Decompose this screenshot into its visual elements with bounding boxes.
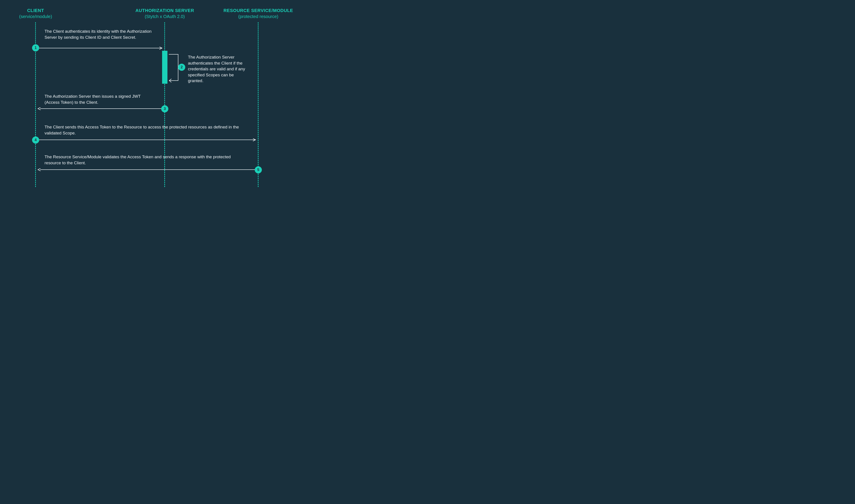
lane-title: CLIENT	[13, 8, 58, 13]
lane-header-auth: AUTHORIZATION SERVER (Stytch x OAuth 2.0…	[127, 8, 202, 19]
step3-text: The Authorization Server then issues a s…	[44, 93, 154, 105]
lifeline-resource	[258, 22, 259, 187]
lane-title: AUTHORIZATION SERVER	[127, 8, 202, 13]
lane-header-client: CLIENT (service/module)	[13, 8, 58, 19]
step3-arrow-icon	[37, 107, 165, 111]
lane-subtitle: (protected resource)	[222, 14, 294, 19]
lane-subtitle: (Stytch x OAuth 2.0)	[127, 14, 202, 19]
step1-badge: 1	[32, 44, 39, 51]
step4-arrow-icon	[36, 139, 258, 142]
step1-arrow-icon	[36, 47, 165, 50]
step3-badge: 3	[161, 105, 168, 112]
step5-text: The Resource Service/Module validates th…	[44, 154, 245, 166]
lane-title: RESOURCE SERVICE/MODULE	[222, 8, 294, 13]
step5-badge: 5	[255, 166, 262, 174]
activation-auth	[162, 51, 167, 84]
lane-subtitle: (service/module)	[13, 14, 58, 19]
step1-text: The Client authenticates its identity wi…	[44, 29, 154, 40]
sequence-diagram: CLIENT (service/module) AUTHORIZATION SE…	[0, 0, 329, 187]
step4-text: The Client sends this Access Token to th…	[44, 124, 245, 136]
step2-badge: 2	[178, 64, 185, 71]
step5-arrow-icon	[37, 168, 258, 172]
step4-badge: 4	[32, 137, 39, 144]
step2-text: The Authorization Server authenticates t…	[188, 54, 246, 84]
lane-header-resource: RESOURCE SERVICE/MODULE (protected resou…	[222, 8, 294, 19]
